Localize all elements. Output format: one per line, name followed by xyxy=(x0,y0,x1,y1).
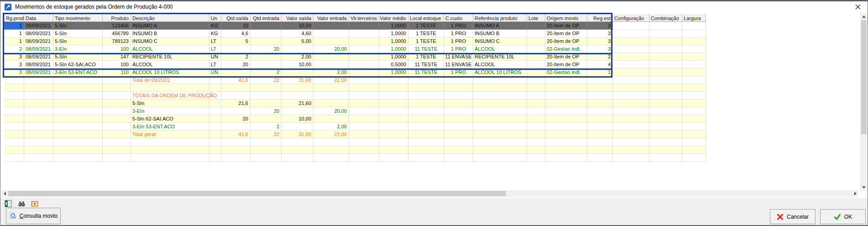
table-row[interactable]: 5-SIn 62-SAI.ACO2010,00 xyxy=(4,115,706,123)
grid-cell[interactable] xyxy=(649,61,682,68)
grid-cell[interactable] xyxy=(4,138,24,146)
grid-cell[interactable] xyxy=(379,92,408,100)
export-movements-icon[interactable] xyxy=(31,200,39,207)
grid-cell[interactable] xyxy=(379,146,408,154)
table-row[interactable]: 308/09/20215-SIn 62-SAI.ACO100ÁLCOOLLT20… xyxy=(4,61,706,68)
grid-cell[interactable] xyxy=(209,146,221,154)
grid-cell[interactable]: 2,00 xyxy=(314,123,349,131)
grid-cell[interactable]: 10 xyxy=(221,22,251,30)
grid-cell[interactable] xyxy=(103,100,131,107)
grid-cell[interactable]: 11 TESTE xyxy=(408,45,444,53)
grid-cell[interactable]: 20-Item de OP xyxy=(545,53,587,61)
grid-cell[interactable] xyxy=(131,138,209,146)
grid-cell[interactable]: 08/09/2021 xyxy=(24,37,53,45)
grid-cell[interactable] xyxy=(349,68,379,76)
grid-cell[interactable]: 5,00 xyxy=(282,37,314,45)
grid-cell[interactable] xyxy=(682,107,706,115)
grid-cell[interactable] xyxy=(682,61,706,68)
grid-cell[interactable] xyxy=(314,115,349,123)
table-row[interactable]: 3-EIn 53-ENT.ACO22,00 xyxy=(4,123,706,131)
grid-cell[interactable] xyxy=(682,154,706,162)
column-header[interactable]: C.custo xyxy=(444,14,473,22)
grid-cell[interactable]: 20 xyxy=(221,115,251,123)
grid-cell[interactable] xyxy=(527,76,545,84)
grid-cell[interactable] xyxy=(444,138,473,146)
grid-cell[interactable] xyxy=(444,115,473,123)
grid-cell[interactable]: 1 xyxy=(4,30,24,37)
grid-cell[interactable]: 20-Item de OP xyxy=(545,37,587,45)
grid-cell[interactable] xyxy=(473,84,527,92)
grid-cell[interactable] xyxy=(103,92,131,100)
table-row[interactable] xyxy=(4,154,706,162)
grid-cell[interactable] xyxy=(527,131,545,138)
grid-cell[interactable] xyxy=(527,45,545,53)
grid-cell[interactable]: 31,60 xyxy=(282,131,314,138)
grid-cell[interactable] xyxy=(649,76,682,84)
grid-cell[interactable]: 08/09/2021 xyxy=(24,30,53,37)
grid-cell[interactable] xyxy=(408,100,444,107)
grid-cell[interactable] xyxy=(24,131,53,138)
grid-cell[interactable]: 1 TESTE xyxy=(408,53,444,61)
grid-cell[interactable] xyxy=(613,53,649,61)
grid-cell[interactable]: 22,00 xyxy=(314,131,349,138)
grid-cell[interactable] xyxy=(349,30,379,37)
grid-cell[interactable]: 3-EIn 53-ENT.ACO xyxy=(131,123,209,131)
grid-cell[interactable] xyxy=(349,84,379,92)
grid-cell[interactable] xyxy=(209,100,221,107)
grid-cell[interactable]: 20 xyxy=(251,45,282,53)
grid-cell[interactable]: 20 xyxy=(221,61,251,68)
grid-cell[interactable] xyxy=(408,123,444,131)
grid-cell[interactable] xyxy=(4,146,24,154)
grid-cell[interactable]: 02-Gestao indl. xyxy=(545,45,587,53)
column-header[interactable]: Descrição xyxy=(131,14,209,22)
grid-cell[interactable] xyxy=(473,123,527,131)
grid-cell[interactable] xyxy=(649,22,682,30)
grid-cell[interactable] xyxy=(379,131,408,138)
grid-cell[interactable] xyxy=(103,154,131,162)
grid-cell[interactable] xyxy=(4,107,24,115)
grid-cell[interactable] xyxy=(545,138,587,146)
table-row[interactable] xyxy=(4,84,706,92)
grid-cell[interactable] xyxy=(682,131,706,138)
grid-cell[interactable] xyxy=(649,68,682,76)
grid-cell[interactable] xyxy=(282,123,314,131)
grid-cell[interactable] xyxy=(53,123,103,131)
grid-cell[interactable] xyxy=(53,138,103,146)
grid-cell[interactable] xyxy=(473,138,527,146)
grid-cell[interactable] xyxy=(221,84,251,92)
grid-cell[interactable] xyxy=(682,92,706,100)
grid-cell[interactable] xyxy=(221,68,251,76)
grid-cell[interactable]: UN xyxy=(209,68,221,76)
grid-cell[interactable] xyxy=(682,45,706,53)
grid-cell[interactable] xyxy=(221,154,251,162)
grid-cell[interactable]: 1,0000 xyxy=(379,45,408,53)
grid-cell[interactable] xyxy=(24,107,53,115)
grid-cell[interactable] xyxy=(613,30,649,37)
grid-cell[interactable] xyxy=(314,92,349,100)
grid-cell[interactable] xyxy=(649,53,682,61)
grid-cell[interactable] xyxy=(587,115,613,123)
grid-cell[interactable] xyxy=(527,30,545,37)
grid-cell[interactable] xyxy=(209,76,221,84)
grid-cell[interactable]: INSUMO C xyxy=(473,37,527,45)
table-row[interactable]: Total geral:41,62231,6022,00 xyxy=(4,131,706,138)
grid-cell[interactable] xyxy=(251,30,282,37)
grid-cell[interactable] xyxy=(613,146,649,154)
grid-cell[interactable] xyxy=(682,53,706,61)
grid-cell[interactable] xyxy=(444,146,473,154)
grid-cell[interactable] xyxy=(613,115,649,123)
grid-cell[interactable]: 08/09/2021 xyxy=(24,61,53,68)
column-header[interactable]: Reg.est xyxy=(587,14,613,22)
grid-cell[interactable] xyxy=(221,123,251,131)
grid-cell[interactable] xyxy=(221,92,251,100)
grid-cell[interactable] xyxy=(613,154,649,162)
grid-cell[interactable]: 11 ENVASE xyxy=(444,53,473,61)
grid-cell[interactable] xyxy=(682,68,706,76)
grid-cell[interactable] xyxy=(349,100,379,107)
grid-cell[interactable] xyxy=(53,92,103,100)
grid-cell[interactable]: 123456 xyxy=(103,22,131,30)
grid-cell[interactable] xyxy=(649,123,682,131)
grid-cell[interactable] xyxy=(682,76,706,84)
grid-cell[interactable] xyxy=(613,68,649,76)
grid-cell[interactable] xyxy=(282,84,314,92)
